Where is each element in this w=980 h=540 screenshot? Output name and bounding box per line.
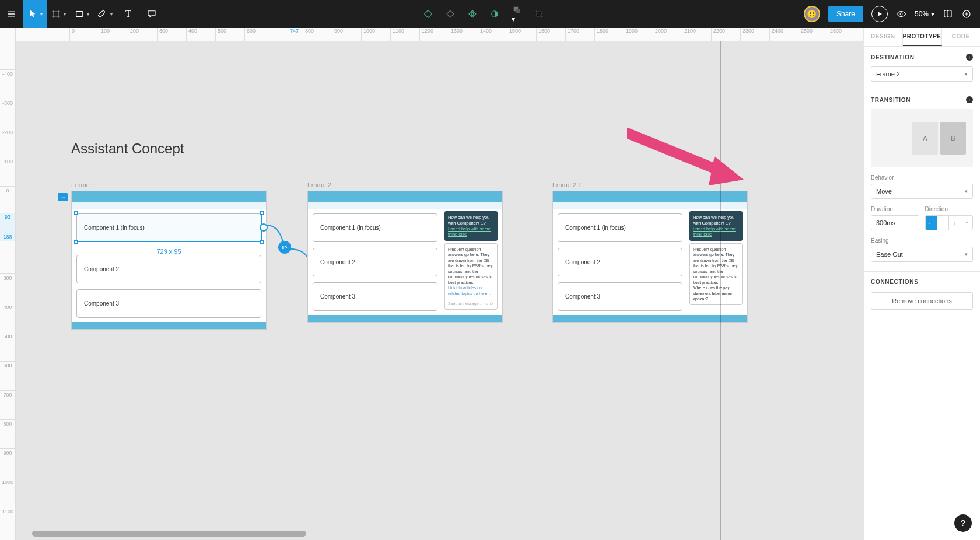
mask-icon (489, 9, 500, 19)
crop-icon (534, 9, 544, 19)
hamburger-icon (6, 9, 17, 19)
chevron-icon: ▾ (931, 10, 935, 18)
comment-tool-button[interactable] (140, 0, 163, 28)
svg-point-5 (900, 13, 902, 15)
present-button[interactable] (872, 6, 888, 22)
pen-tool-button[interactable]: ▾ (93, 0, 117, 28)
shape-tool-button[interactable]: ▾ (70, 0, 93, 28)
text-icon: T (125, 9, 131, 19)
hamburger-menu-button[interactable] (0, 0, 23, 28)
svg-rect-1 (425, 10, 432, 18)
svg-rect-0 (76, 12, 83, 17)
book-icon (943, 9, 953, 19)
rectangle-icon (74, 9, 85, 19)
mask-tool-button[interactable] (489, 9, 500, 19)
union-icon (512, 5, 522, 15)
reset-tool-button[interactable] (445, 9, 456, 19)
boolean-tool-button[interactable]: ▾ (512, 5, 522, 23)
zoom-dropdown[interactable]: 50%▾ (915, 10, 935, 18)
share-button[interactable]: Share (828, 6, 863, 22)
plus-circle-icon (961, 9, 972, 19)
add-button[interactable] (961, 9, 972, 19)
four-diamond-icon (467, 9, 478, 19)
component-icon (423, 9, 433, 19)
comment-icon (146, 9, 157, 19)
crop-tool-button[interactable] (534, 9, 544, 19)
eye-icon (896, 9, 907, 19)
frame-tool-button[interactable]: ▾ (47, 0, 70, 28)
chevron-icon: ▾ (110, 12, 113, 17)
svg-rect-4 (516, 9, 520, 14)
zoom-value: 50% (915, 10, 929, 18)
play-icon (877, 11, 883, 17)
view-settings-button[interactable] (896, 9, 907, 19)
app-toolbar: ▾ ▾ ▾ ▾ T ▾ 🙂 Share (0, 0, 980, 28)
diamond-icon (445, 9, 456, 19)
component-tool-button[interactable] (423, 9, 433, 19)
chevron-icon: ▾ (512, 15, 515, 23)
pen-icon (97, 9, 108, 19)
chevron-icon: ▾ (64, 12, 66, 17)
text-tool-button[interactable]: T (117, 0, 140, 28)
cursor-icon (27, 9, 38, 19)
chevron-icon: ▾ (87, 12, 89, 17)
instance-tool-button[interactable] (467, 9, 478, 19)
frame-icon (51, 9, 61, 19)
move-tool-button[interactable]: ▾ (23, 0, 47, 28)
library-button[interactable] (943, 9, 953, 19)
chevron-icon: ▾ (40, 12, 43, 17)
user-avatar[interactable]: 🙂 (804, 6, 820, 22)
